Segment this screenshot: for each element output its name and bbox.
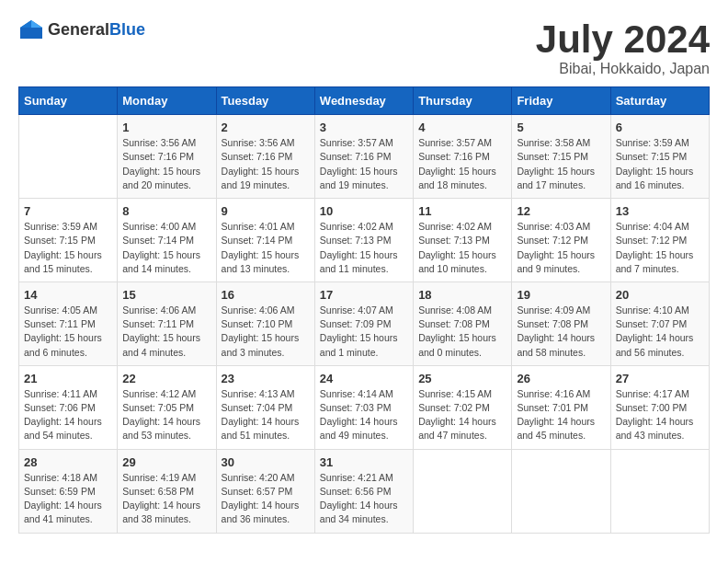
day-content: Sunrise: 4:12 AM Sunset: 7:05 PM Dayligh… — [122, 387, 210, 443]
calendar-week-2: 7Sunrise: 3:59 AM Sunset: 7:15 PM Daylig… — [19, 199, 710, 282]
calendar-cell: 5Sunrise: 3:58 AM Sunset: 7:15 PM Daylig… — [512, 115, 610, 199]
day-header-tuesday: Tuesday — [216, 87, 314, 115]
calendar-cell: 3Sunrise: 3:57 AM Sunset: 7:16 PM Daylig… — [314, 115, 413, 199]
day-number: 16 — [222, 288, 310, 302]
day-content: Sunrise: 4:14 AM Sunset: 7:03 PM Dayligh… — [320, 387, 408, 443]
logo-general: General — [48, 20, 109, 39]
day-number: 22 — [122, 372, 210, 385]
title-area: July 2024 Bibai, Hokkaido, Japan — [536, 18, 710, 77]
day-content: Sunrise: 3:56 AM Sunset: 7:16 PM Dayligh… — [222, 136, 310, 192]
day-content: Sunrise: 4:13 AM Sunset: 7:04 PM Dayligh… — [222, 387, 310, 443]
calendar-cell: 16Sunrise: 4:06 AM Sunset: 7:10 PM Dayli… — [216, 282, 314, 365]
day-content: Sunrise: 4:06 AM Sunset: 7:11 PM Dayligh… — [122, 304, 210, 360]
calendar-cell: 27Sunrise: 4:17 AM Sunset: 7:00 PM Dayli… — [610, 365, 709, 449]
calendar-cell: 10Sunrise: 4:02 AM Sunset: 7:13 PM Dayli… — [314, 199, 413, 282]
calendar-week-1: 1Sunrise: 3:56 AM Sunset: 7:16 PM Daylig… — [19, 115, 710, 199]
calendar-table: SundayMondayTuesdayWednesdayThursdayFrid… — [18, 86, 710, 533]
month-title: July 2024 — [536, 18, 710, 61]
calendar-cell: 17Sunrise: 4:07 AM Sunset: 7:09 PM Dayli… — [314, 282, 413, 365]
day-number: 30 — [222, 455, 310, 469]
day-content: Sunrise: 4:20 AM Sunset: 6:57 PM Dayligh… — [222, 471, 310, 527]
calendar-cell: 8Sunrise: 4:00 AM Sunset: 7:14 PM Daylig… — [118, 199, 216, 282]
day-number: 11 — [418, 204, 506, 218]
day-content: Sunrise: 4:03 AM Sunset: 7:12 PM Dayligh… — [517, 220, 605, 276]
day-number: 29 — [122, 455, 210, 469]
calendar-cell — [610, 449, 709, 533]
calendar-cell: 25Sunrise: 4:15 AM Sunset: 7:02 PM Dayli… — [414, 365, 512, 449]
calendar-cell — [414, 449, 512, 533]
day-content: Sunrise: 4:01 AM Sunset: 7:14 PM Dayligh… — [222, 220, 310, 276]
day-content: Sunrise: 4:07 AM Sunset: 7:09 PM Dayligh… — [320, 304, 408, 360]
day-content: Sunrise: 4:08 AM Sunset: 7:08 PM Dayligh… — [418, 304, 506, 360]
day-content: Sunrise: 4:17 AM Sunset: 7:00 PM Dayligh… — [616, 387, 704, 443]
day-number: 4 — [418, 121, 506, 134]
calendar-cell: 2Sunrise: 3:56 AM Sunset: 7:16 PM Daylig… — [216, 115, 314, 199]
logo: GeneralBlue — [18, 18, 145, 40]
day-content: Sunrise: 3:59 AM Sunset: 7:15 PM Dayligh… — [616, 136, 704, 192]
calendar-cell: 28Sunrise: 4:18 AM Sunset: 6:59 PM Dayli… — [19, 449, 118, 533]
calendar-cell: 24Sunrise: 4:14 AM Sunset: 7:03 PM Dayli… — [314, 365, 413, 449]
calendar-cell: 26Sunrise: 4:16 AM Sunset: 7:01 PM Dayli… — [512, 365, 610, 449]
calendar-cell: 31Sunrise: 4:21 AM Sunset: 6:56 PM Dayli… — [314, 449, 413, 533]
day-content: Sunrise: 4:16 AM Sunset: 7:01 PM Dayligh… — [517, 387, 605, 443]
svg-marker-2 — [20, 20, 31, 28]
day-number: 7 — [24, 204, 112, 218]
day-content: Sunrise: 4:11 AM Sunset: 7:06 PM Dayligh… — [24, 387, 112, 443]
location-title: Bibai, Hokkaido, Japan — [536, 61, 710, 77]
day-content: Sunrise: 4:10 AM Sunset: 7:07 PM Dayligh… — [616, 304, 704, 360]
day-number: 8 — [122, 204, 210, 218]
day-number: 19 — [517, 288, 605, 302]
day-content: Sunrise: 4:18 AM Sunset: 6:59 PM Dayligh… — [24, 471, 112, 527]
calendar-cell: 30Sunrise: 4:20 AM Sunset: 6:57 PM Dayli… — [216, 449, 314, 533]
day-content: Sunrise: 3:57 AM Sunset: 7:16 PM Dayligh… — [418, 136, 506, 192]
day-content: Sunrise: 3:57 AM Sunset: 7:16 PM Dayligh… — [320, 136, 408, 192]
day-number: 21 — [24, 372, 112, 385]
day-number: 27 — [616, 372, 704, 385]
days-header-row: SundayMondayTuesdayWednesdayThursdayFrid… — [19, 87, 710, 115]
calendar-cell: 6Sunrise: 3:59 AM Sunset: 7:15 PM Daylig… — [610, 115, 709, 199]
calendar-cell: 13Sunrise: 4:04 AM Sunset: 7:12 PM Dayli… — [610, 199, 709, 282]
calendar-cell: 14Sunrise: 4:05 AM Sunset: 7:11 PM Dayli… — [19, 282, 118, 365]
day-content: Sunrise: 4:21 AM Sunset: 6:56 PM Dayligh… — [320, 471, 408, 527]
day-number: 15 — [122, 288, 210, 302]
day-content: Sunrise: 4:05 AM Sunset: 7:11 PM Dayligh… — [24, 304, 112, 360]
calendar-cell — [512, 449, 610, 533]
calendar-cell: 29Sunrise: 4:19 AM Sunset: 6:58 PM Dayli… — [118, 449, 216, 533]
calendar-week-4: 21Sunrise: 4:11 AM Sunset: 7:06 PM Dayli… — [19, 365, 710, 449]
logo-text: GeneralBlue — [48, 20, 145, 40]
day-number: 1 — [122, 121, 210, 134]
calendar-cell: 12Sunrise: 4:03 AM Sunset: 7:12 PM Dayli… — [512, 199, 610, 282]
calendar-cell: 19Sunrise: 4:09 AM Sunset: 7:08 PM Dayli… — [512, 282, 610, 365]
day-content: Sunrise: 3:56 AM Sunset: 7:16 PM Dayligh… — [122, 136, 210, 192]
calendar-cell: 15Sunrise: 4:06 AM Sunset: 7:11 PM Dayli… — [118, 282, 216, 365]
calendar-cell: 22Sunrise: 4:12 AM Sunset: 7:05 PM Dayli… — [118, 365, 216, 449]
day-number: 10 — [320, 204, 408, 218]
calendar-cell: 21Sunrise: 4:11 AM Sunset: 7:06 PM Dayli… — [19, 365, 118, 449]
logo-icon — [18, 18, 44, 40]
calendar-cell: 9Sunrise: 4:01 AM Sunset: 7:14 PM Daylig… — [216, 199, 314, 282]
day-number: 24 — [320, 372, 408, 385]
day-header-monday: Monday — [118, 87, 216, 115]
calendar-cell: 18Sunrise: 4:08 AM Sunset: 7:08 PM Dayli… — [414, 282, 512, 365]
day-number: 3 — [320, 121, 408, 134]
day-content: Sunrise: 3:58 AM Sunset: 7:15 PM Dayligh… — [517, 136, 605, 192]
day-content: Sunrise: 4:19 AM Sunset: 6:58 PM Dayligh… — [122, 471, 210, 527]
day-number: 2 — [222, 121, 310, 134]
day-number: 12 — [517, 204, 605, 218]
day-content: Sunrise: 3:59 AM Sunset: 7:15 PM Dayligh… — [24, 220, 112, 276]
calendar-cell: 1Sunrise: 3:56 AM Sunset: 7:16 PM Daylig… — [118, 115, 216, 199]
calendar-cell: 11Sunrise: 4:02 AM Sunset: 7:13 PM Dayli… — [414, 199, 512, 282]
calendar-cell: 20Sunrise: 4:10 AM Sunset: 7:07 PM Dayli… — [610, 282, 709, 365]
day-content: Sunrise: 4:02 AM Sunset: 7:13 PM Dayligh… — [418, 220, 506, 276]
day-number: 25 — [418, 372, 506, 385]
day-number: 9 — [222, 204, 310, 218]
day-content: Sunrise: 4:00 AM Sunset: 7:14 PM Dayligh… — [122, 220, 210, 276]
day-header-sunday: Sunday — [19, 87, 118, 115]
day-number: 13 — [616, 204, 704, 218]
day-number: 26 — [517, 372, 605, 385]
logo-blue: Blue — [109, 20, 145, 39]
day-number: 18 — [418, 288, 506, 302]
calendar-cell: 7Sunrise: 3:59 AM Sunset: 7:15 PM Daylig… — [19, 199, 118, 282]
day-content: Sunrise: 4:15 AM Sunset: 7:02 PM Dayligh… — [418, 387, 506, 443]
day-number: 28 — [24, 455, 112, 469]
